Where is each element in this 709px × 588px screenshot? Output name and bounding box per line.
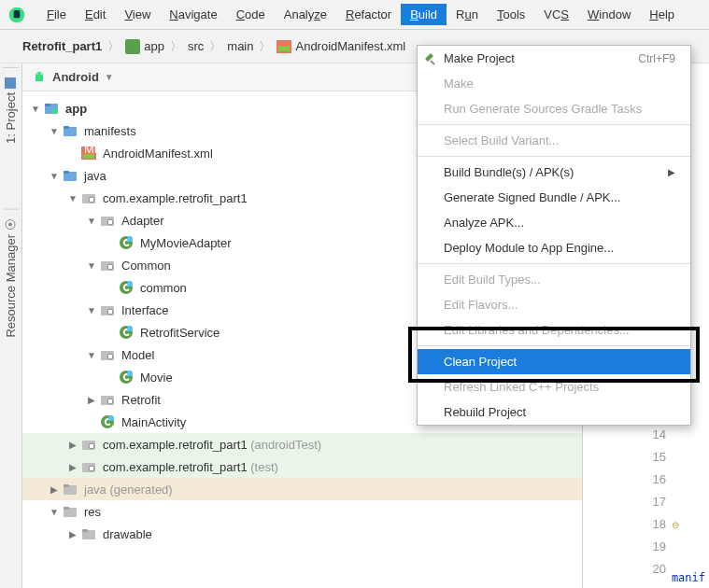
menu-vcs[interactable]: VCS [534, 4, 578, 25]
menu-item-generate-signed-bundle-apk[interactable]: Generate Signed Bundle / APK... [418, 185, 690, 210]
menu-item-make-project[interactable]: Make ProjectCtrl+F9 [418, 46, 690, 71]
menu-item-run-generate-sources-gradle-tasks: Run Generate Sources Gradle Tasks [418, 96, 690, 121]
left-tool-gutter: 1: Project Resource Manager [0, 63, 22, 588]
menu-view[interactable]: View [115, 4, 160, 25]
tree-expand-arrow-icon[interactable] [49, 507, 60, 517]
tree-node-label: com.example.retrofit_part1 (test) [103, 460, 278, 474]
menu-refactor[interactable]: Refactor [336, 4, 401, 25]
tree-expand-arrow-icon[interactable] [67, 440, 78, 450]
svg-rect-47 [64, 484, 69, 487]
menu-window[interactable]: Window [578, 4, 640, 25]
svg-rect-5 [6, 77, 17, 89]
menu-separator [418, 124, 690, 125]
svg-rect-49 [64, 507, 69, 510]
package-icon [99, 213, 116, 228]
menu-shortcut: Ctrl+F9 [638, 52, 675, 65]
svg-point-8 [36, 73, 38, 75]
menubar: File Edit View Navigate Code Analyze Ref… [0, 0, 709, 30]
package-icon [99, 258, 116, 273]
tree-expand-arrow-icon[interactable] [49, 171, 60, 181]
tree-node-label: drawable [103, 527, 152, 541]
tree-expand-arrow-icon[interactable] [49, 126, 60, 136]
chevron-down-icon: ▼ [105, 72, 114, 82]
tree-expand-arrow-icon[interactable] [86, 305, 97, 315]
breadcrumb-file[interactable]: AndroidManifest.xml [277, 39, 405, 53]
tree-node-label: AndroidManifest.xml [103, 147, 213, 161]
svg-point-7 [9, 223, 13, 227]
menu-item-label: Rebuild Project [444, 405, 526, 419]
class-icon [118, 280, 135, 295]
tree-node-label: Retrofit [121, 393, 161, 407]
menu-item-label: Select Build Variant... [444, 133, 559, 147]
menu-build[interactable]: Build [401, 4, 447, 25]
svg-point-35 [107, 354, 113, 359]
menu-item-edit-build-types: Edit Build Types... [418, 267, 690, 292]
tool-tab-resource-manager[interactable]: Resource Manager [3, 209, 19, 347]
svg-rect-14 [64, 126, 69, 129]
tree-node-label: res [84, 505, 101, 519]
tree-expand-arrow-icon[interactable] [86, 395, 97, 405]
tree-expand-arrow-icon[interactable] [86, 216, 97, 226]
tree-expand-arrow-icon[interactable] [30, 104, 41, 114]
menu-item-label: Make [444, 77, 474, 91]
tree-node[interactable]: com.example.retrofit_part1 (test) [22, 455, 582, 478]
tree-expand-arrow-icon[interactable] [67, 529, 78, 539]
package-icon [99, 302, 116, 317]
menu-item-deploy-module-to-app-engine[interactable]: Deploy Module to App Engine... [418, 235, 690, 260]
breadcrumb-src[interactable]: src [188, 39, 204, 53]
menu-item-label: Refresh Linked C++ Projects [444, 380, 599, 394]
class-icon [99, 414, 116, 429]
tree-node-label: Movie [140, 371, 173, 385]
menu-edit[interactable]: Edit [76, 4, 115, 25]
menu-analyze[interactable]: Analyze [275, 4, 336, 25]
menu-item-clean-project[interactable]: Clean Project [418, 349, 690, 374]
menu-item-label: Analyze APK... [444, 216, 524, 230]
chevron-right-icon: 〉 [259, 38, 271, 55]
submenu-arrow-icon: ▶ [668, 167, 675, 177]
svg-rect-19 [64, 171, 69, 174]
tree-node-label: manifests [84, 124, 136, 138]
package-icon [99, 392, 116, 407]
svg-point-37 [127, 371, 133, 376]
menu-help[interactable]: Help [640, 4, 684, 25]
tree-expand-arrow-icon[interactable] [67, 193, 78, 203]
folder-gray-icon [62, 504, 78, 519]
tree-node[interactable]: java (generated) [22, 478, 582, 500]
tree-expand-arrow-icon[interactable] [86, 350, 97, 360]
tree-node[interactable]: res [22, 500, 582, 523]
tree-expand-arrow-icon[interactable] [49, 484, 60, 495]
menu-item-edit-flavors: Edit Flavors... [418, 292, 690, 317]
svg-point-27 [107, 264, 113, 270]
package-icon [80, 437, 97, 452]
menu-tools[interactable]: Tools [488, 4, 534, 25]
menu-item-label: Build Bundle(s) / APK(s) [444, 165, 574, 179]
tree-expand-arrow-icon[interactable] [86, 260, 97, 271]
menu-item-analyze-apk[interactable]: Analyze APK... [418, 210, 690, 235]
android-icon [32, 70, 47, 85]
tree-node[interactable]: com.example.retrofit_part1 (androidTest) [22, 433, 582, 455]
svg-text:MF: MF [84, 146, 96, 156]
menu-item-label: Edit Libraries and Dependencies... [444, 323, 630, 337]
chevron-right-icon: 〉 [209, 38, 221, 55]
breadcrumb-module[interactable]: app [125, 39, 164, 54]
menu-navigate[interactable]: Navigate [160, 4, 226, 25]
breadcrumb-main[interactable]: main [227, 39, 253, 53]
tool-tab-project[interactable]: 1: Project [3, 67, 19, 153]
menu-code[interactable]: Code [227, 4, 275, 25]
menu-item-build-bundle-s-apk-s[interactable]: Build Bundle(s) / APK(s)▶ [418, 160, 690, 185]
svg-point-29 [127, 281, 133, 287]
tree-node[interactable]: drawable [22, 523, 582, 545]
tree-node-label: MyMovieAdapter [140, 236, 232, 250]
tree-node-label: RetrofitService [140, 326, 220, 340]
package-icon [80, 190, 97, 205]
breadcrumb-project[interactable]: Retrofit_part1 [22, 39, 102, 53]
tree-expand-arrow-icon[interactable] [67, 462, 78, 472]
folder-gray-icon [62, 482, 78, 497]
menu-item-label: Generate Signed Bundle / APK... [444, 190, 620, 204]
menu-file[interactable]: File [37, 4, 76, 25]
panel-view-selector[interactable]: Android [52, 70, 99, 84]
svg-point-25 [127, 236, 133, 242]
menu-separator [418, 263, 690, 264]
menu-run[interactable]: Run [447, 4, 488, 25]
menu-item-rebuild-project[interactable]: Rebuild Project [418, 399, 690, 425]
